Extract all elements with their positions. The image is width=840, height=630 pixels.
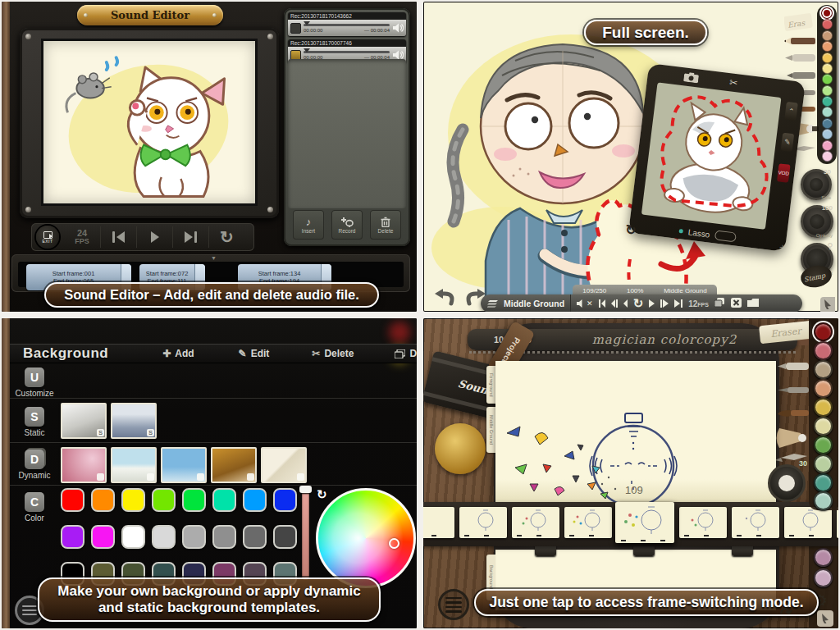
filmstrip-frame[interactable]	[564, 507, 612, 538]
filmstrip-frame[interactable]	[512, 507, 559, 538]
bg-color-swatch[interactable]	[121, 488, 145, 512]
color-swatch[interactable]	[822, 96, 833, 107]
edit-button[interactable]: ✎ Edit	[239, 348, 270, 359]
rotate-handle-icon[interactable]: ↻	[624, 221, 637, 238]
wheel-selector[interactable]	[389, 538, 399, 549]
paint-pot[interactable]	[814, 417, 833, 436]
ipad-canvas[interactable]	[641, 82, 782, 229]
bg-color-swatch[interactable]	[243, 525, 267, 549]
lasso-icon[interactable]	[714, 230, 737, 242]
color-swatch-selected[interactable]	[821, 7, 833, 19]
dynamic-template-thumb[interactable]	[111, 447, 157, 483]
static-template-thumb[interactable]: S	[111, 403, 157, 439]
foreground-layer-tab[interactable]: Foreground	[486, 366, 495, 404]
first-frame-button[interactable]	[599, 299, 605, 308]
undo-button[interactable]	[435, 289, 456, 309]
camera-icon[interactable]	[680, 70, 703, 84]
brightness-slider[interactable]	[302, 488, 309, 580]
filmstrip-frame[interactable]	[784, 507, 832, 538]
duplicate-button[interactable]: Duplicate	[395, 348, 417, 359]
filmstrip-frame[interactable]	[837, 507, 838, 538]
middle-ground-layer-tab[interactable]: Middle Ground	[486, 407, 495, 453]
scissors-icon[interactable]: ✂	[723, 75, 746, 89]
bg-color-swatch[interactable]	[212, 488, 236, 512]
last-frame-button[interactable]	[674, 299, 682, 308]
paint-pot[interactable]	[814, 454, 833, 473]
bg-color-swatch[interactable]	[182, 525, 206, 549]
color-swatch[interactable]	[822, 151, 833, 162]
filmstrip-frame[interactable]	[732, 507, 779, 538]
sidebar-item-dynamic[interactable]: D Dynamic	[13, 450, 56, 480]
exit-button[interactable]: EXIT	[36, 226, 59, 249]
fan-brush-tool[interactable]	[777, 428, 807, 448]
drawing-canvas[interactable]: 109	[495, 361, 776, 505]
filmstrip-frame[interactable]	[459, 507, 507, 538]
delete-audio-button[interactable]: Delete	[370, 210, 401, 240]
bg-color-swatch[interactable]	[152, 488, 176, 512]
track-progress-slider[interactable]	[304, 24, 390, 26]
pen-tool[interactable]	[778, 363, 809, 370]
bg-color-swatch[interactable]	[121, 525, 145, 549]
layer-selector[interactable]: Middle Ground	[487, 294, 571, 312]
bg-color-swatch[interactable]	[243, 488, 267, 512]
paint-pot[interactable]	[814, 568, 833, 587]
opacity-knob[interactable]: 100 Opacity	[801, 205, 833, 238]
color-swatch[interactable]	[822, 41, 833, 52]
color-wheel[interactable]	[316, 488, 416, 588]
paint-pot[interactable]	[814, 473, 833, 492]
step-back-button[interactable]	[611, 299, 618, 308]
color-swatch[interactable]	[822, 85, 833, 96]
paint-pot[interactable]	[814, 436, 833, 454]
eraser-tool[interactable]: Eras	[784, 13, 813, 32]
static-template-thumb[interactable]: S	[61, 403, 107, 439]
bg-color-swatch[interactable]	[91, 488, 115, 512]
volume-icon[interactable]	[392, 23, 404, 33]
pencil-tool[interactable]	[784, 38, 815, 44]
sidebar-item-static[interactable]: S Static	[13, 407, 56, 437]
bg-color-swatch[interactable]	[91, 525, 115, 549]
color-swatch[interactable]	[822, 63, 833, 74]
color-swatch[interactable]	[822, 19, 833, 30]
next-frame-button[interactable]	[172, 226, 208, 248]
color-swatch[interactable]	[822, 30, 833, 41]
bg-color-swatch[interactable]	[273, 488, 297, 512]
dynamic-template-thumb[interactable]	[61, 447, 107, 483]
dynamic-template-thumb[interactable]	[211, 447, 257, 483]
audio-track[interactable]: Rec:20130718170143662 00:00:00 — 00:00:0…	[288, 12, 406, 36]
color-swatch[interactable]	[822, 52, 833, 63]
color-swatch[interactable]	[822, 107, 833, 117]
color-swatch[interactable]	[822, 118, 833, 129]
play-reverse-button[interactable]	[623, 299, 628, 308]
bg-color-swatch[interactable]	[61, 525, 84, 549]
loop-button[interactable]: ↻	[208, 226, 244, 248]
duplicate-frame-button[interactable]	[714, 298, 725, 310]
filmstrip-frame[interactable]	[423, 507, 454, 538]
slider-thumb[interactable]	[299, 486, 312, 493]
color-swatch[interactable]	[822, 129, 833, 139]
loop-button[interactable]: ↻	[633, 296, 644, 311]
paint-pot[interactable]	[814, 491, 833, 510]
marker-tool[interactable]	[787, 72, 815, 79]
paint-pot[interactable]	[814, 360, 833, 379]
step-forward-button[interactable]	[660, 299, 669, 308]
color-swatch[interactable]	[822, 74, 833, 84]
import-icon[interactable]: ⌃	[784, 102, 798, 121]
paint-pot[interactable]	[814, 398, 833, 417]
dynamic-template-thumb[interactable]	[161, 447, 207, 483]
brush-tool[interactable]	[778, 410, 809, 417]
hand-tool-icon[interactable]: ✎	[781, 133, 795, 153]
add-button[interactable]: ✚ Add	[162, 348, 194, 359]
bg-color-swatch[interactable]	[273, 525, 297, 549]
track-progress-slider[interactable]	[304, 51, 390, 53]
bg-color-swatch[interactable]	[152, 525, 176, 549]
rotate-icon[interactable]: ↻	[317, 487, 327, 502]
prev-frame-button[interactable]	[100, 226, 136, 248]
play-button[interactable]	[649, 299, 655, 308]
dynamic-template-thumb[interactable]	[261, 447, 307, 483]
sidebar-item-color[interactable]: C Color	[13, 492, 56, 523]
video-badge-icon[interactable]: VOD	[777, 163, 791, 183]
color-swatch[interactable]	[822, 140, 833, 151]
bg-color-swatch[interactable]	[212, 525, 236, 549]
liner-tool[interactable]	[778, 387, 809, 393]
pen-tool[interactable]	[785, 54, 815, 62]
